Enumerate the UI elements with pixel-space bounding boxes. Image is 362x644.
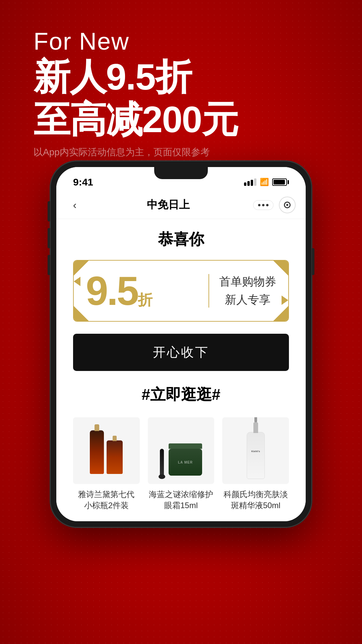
status-time: 9:41 [73,176,93,188]
status-bar: 9:41 📶 [56,167,306,191]
hero-disclaimer: 以App内实际活动信息为主，页面仅限参考 [34,146,238,159]
nav-title: 中免日上 [83,198,253,212]
status-icons: 📶 [244,178,289,186]
product-image-kiehl [222,417,289,484]
nav-bar: ‹ 中免日上 [56,191,306,219]
back-button[interactable]: ‹ [66,197,83,213]
coupon-discount: 9.5 折 [86,271,198,311]
scan-icon [284,202,291,208]
coupon-card: 9.5 折 首单购物券 新人专享 [73,260,289,322]
ribbon-tr [269,260,289,280]
scan-button[interactable] [279,197,296,213]
corner-decoration-left [74,277,80,286]
product-name-kiehl: 科颜氏均衡亮肤淡斑精华液50ml [224,489,288,511]
products-grid: 雅诗兰黛第七代小棕瓶2件装 [73,417,289,511]
hero-for-new: For New [34,27,238,56]
hero-line3: 至高减200元 [34,98,238,141]
more-options-button[interactable] [253,200,274,210]
phone-outer: 9:41 📶 ‹ 中免日上 [50,161,312,527]
dot-icon [266,204,268,206]
product-name-estee: 雅诗兰黛第七代小棕瓶2件装 [78,489,134,511]
product-item[interactable]: 科颜氏均衡亮肤淡斑精华液50ml [222,417,289,511]
dot-icon [262,204,264,206]
product-image-lamer [148,417,215,484]
battery-icon [272,178,289,186]
product-image-estee [73,417,140,484]
dot-icon [258,204,260,206]
product-item[interactable]: 海蓝之谜浓缩修护眼霜15ml [148,417,215,511]
corner-decoration-right [282,296,288,305]
estee-bottle-tall-icon [90,430,104,474]
kiehl-bottle-icon [247,432,265,479]
coupon-unit: 折 [138,292,153,307]
hero-section: For New 新人9.5折 至高减200元 以App内实际活动信息为主，页面仅… [34,27,238,159]
lamer-jar-icon [169,449,202,476]
hero-line2: 新人9.5折 [34,56,238,98]
estee-bottle-short-icon [107,440,123,474]
product-name-lamer: 海蓝之谜浓缩修护眼霜15ml [149,489,213,511]
signal-icon [244,178,256,186]
lamer-lid-icon [169,443,202,449]
accept-button[interactable]: 开心收下 [73,334,289,371]
ribbon-bl [73,302,93,322]
coupon-divider [208,274,209,308]
product-item[interactable]: 雅诗兰黛第七代小棕瓶2件装 [73,417,140,511]
coupon-number: 9.5 [86,271,138,311]
kiehl-dropper-icon [254,417,257,423]
nav-right [253,197,296,213]
phone-mockup: 9:41 📶 ‹ 中免日上 [50,161,312,527]
coupon-label1: 首单购物券 [219,274,276,289]
congrats-title: 恭喜你 [73,229,289,250]
lamer-spatula-icon [160,449,164,476]
notch [154,167,208,179]
app-content: 恭喜你 9.5 折 首单购物券 新人专享 [56,219,306,521]
coupon-label2: 新人专享 [225,292,270,308]
coupon-labels: 首单购物券 新人专享 [219,274,276,308]
browse-title: #立即逛逛# [73,384,289,405]
phone-screen: 9:41 📶 ‹ 中免日上 [56,167,306,521]
wifi-icon: 📶 [260,178,269,186]
